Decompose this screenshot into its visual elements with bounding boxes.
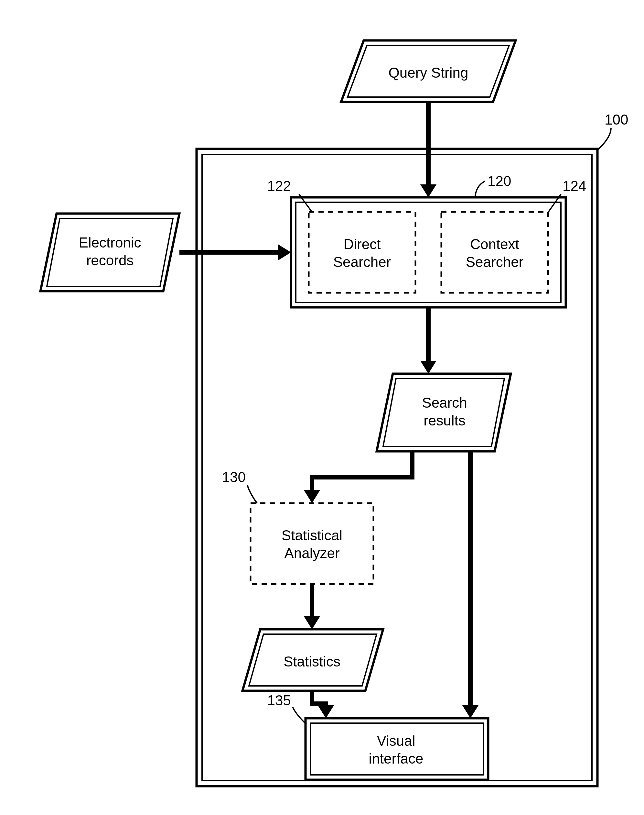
search-results-label-2: results [423,412,466,428]
ref-122-label: 122 [267,178,291,194]
arrow-results-to-visual [462,451,478,718]
svg-rect-12 [251,503,373,584]
ref-135-label: 135 [267,692,291,708]
electronic-records-label-2: records [86,252,134,268]
svg-marker-28 [462,705,478,718]
visual-interface-label-2: interface [369,750,423,766]
svg-marker-30 [304,617,320,629]
svg-marker-20 [278,244,291,260]
search-results-node: Search results [377,374,511,451]
arrow-statistics-to-visual [310,691,334,718]
ref-120-label: 120 [488,173,511,189]
ref-135: 135 [267,692,306,724]
electronic-records-label-1: Electronic [78,235,141,251]
svg-marker-26 [304,490,320,503]
direct-searcher-label-1: Direct [343,236,381,252]
statistical-analyzer-label-2: Analyzer [284,545,339,561]
svg-rect-9 [441,212,548,293]
statistics-node: Statistics [242,629,383,691]
search-results-label-1: Search [422,395,467,411]
context-searcher-label-1: Context [470,236,519,252]
flow-diagram: 100 Query String Electronic records 120 … [0,0,644,815]
svg-marker-22 [420,361,437,374]
arrow-results-to-analyzer [304,451,414,503]
context-searcher-node: Context Searcher [441,212,548,293]
svg-rect-8 [309,212,416,293]
svg-rect-15 [305,718,488,780]
electronic-records-node: Electronic records [40,214,179,291]
direct-searcher-label-2: Searcher [333,254,391,270]
svg-marker-18 [420,185,437,197]
arrow-searcher-to-results [420,308,437,374]
ref-124-label: 124 [563,178,586,194]
visual-interface-node: Visual interface [305,718,488,780]
query-string-label: Query String [389,65,468,81]
statistical-analyzer-node: Statistical Analyzer [251,503,373,584]
direct-searcher-node: Direct Searcher [309,212,416,293]
query-string-node: Query String [341,40,516,102]
statistical-analyzer-label-1: Statistical [282,527,342,543]
ref-130: 130 [222,469,257,503]
ref-100: 100 [598,112,628,149]
svg-marker-34 [318,705,334,718]
statistics-label: Statistics [284,654,340,669]
ref-120: 120 [475,173,511,198]
context-searcher-label-2: Searcher [466,254,524,270]
arrow-analyzer-to-statistics [304,584,320,629]
visual-interface-label-1: Visual [377,733,415,749]
ref-130-label: 130 [222,469,246,485]
ref-100-label: 100 [604,112,628,128]
